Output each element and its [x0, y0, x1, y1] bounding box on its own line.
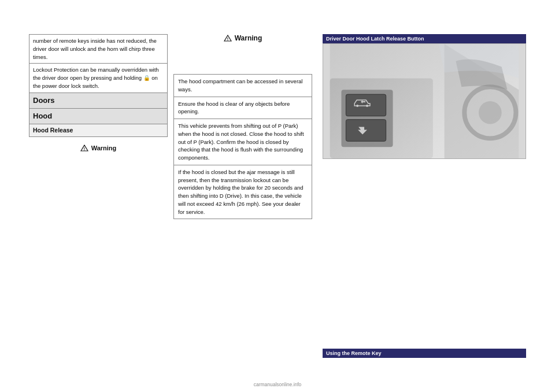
image-label-bottom: Using the Remote Key — [323, 349, 526, 358]
car-image-box — [323, 43, 526, 159]
hood-park-text: This vehicle prevents from shifting out … — [173, 119, 312, 165]
middle-warning-label: Warning — [235, 34, 262, 42]
left-column: number of remote keys inside has not red… — [29, 34, 168, 358]
doors-header: Doors — [29, 93, 168, 109]
hood-access-text: The hood compartment can be accessed in … — [173, 74, 312, 97]
svg-point-12 — [479, 101, 502, 124]
page: number of remote keys inside has not red… — [0, 0, 555, 392]
remote-keys-text: number of remote keys inside has not red… — [29, 34, 168, 64]
lockout-protection-text: Lockout Protection can be manually overr… — [29, 64, 168, 93]
hood-clear-text: Ensure the hood is clear of any objects … — [173, 97, 312, 120]
svg-point-8 — [356, 105, 358, 107]
image-label-top: Driver Door Hood Latch Release Button — [323, 34, 526, 43]
right-column: Driver Door Hood Latch Release Button — [312, 34, 526, 358]
left-warning-label: Warning — [91, 144, 117, 153]
spacer — [323, 159, 526, 349]
watermark: carmanualsonline.info — [254, 382, 302, 387]
content-area: number of remote keys inside has not red… — [29, 34, 526, 358]
svg-text:!: ! — [84, 147, 85, 151]
svg-rect-7 — [346, 94, 386, 116]
hood-header: Hood — [29, 109, 168, 124]
warning-triangle-icon-middle: ! — [224, 35, 232, 42]
car-interior-image — [323, 44, 526, 158]
hood-release-header: Hood Release — [29, 124, 168, 137]
hood-ajar-text: If the hood is closed but the ajar messa… — [173, 165, 312, 220]
svg-point-9 — [366, 105, 368, 107]
svg-text:!: ! — [227, 37, 228, 41]
middle-column: ! Warning The hood compartment can be ac… — [168, 34, 312, 358]
middle-warning-block: ! Warning — [173, 34, 312, 42]
left-warning-block: ! Warning — [29, 144, 168, 153]
right-col-inner: Driver Door Hood Latch Release Button — [323, 34, 526, 358]
warning-triangle-icon-left: ! — [80, 145, 88, 151]
